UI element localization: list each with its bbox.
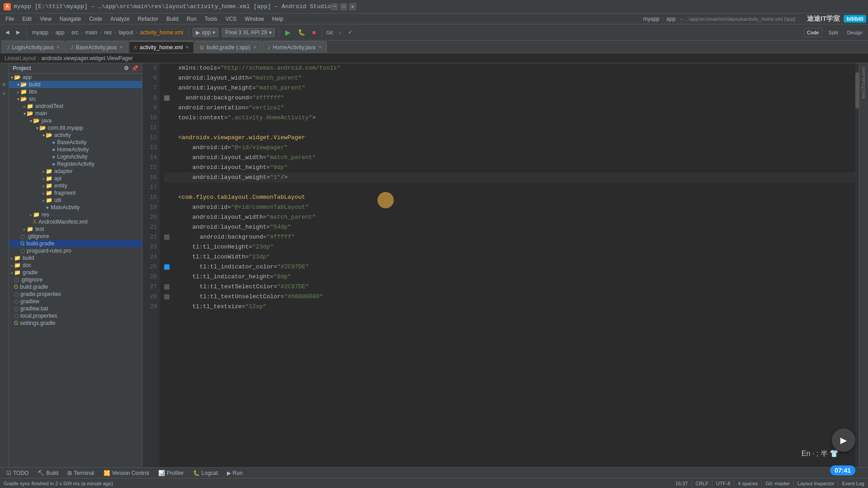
tree-build-highlighted[interactable]: ▾ 📂 build: [9, 81, 142, 88]
tree-arrow-gradle-root[interactable]: ▸: [11, 270, 13, 275]
git-update[interactable]: ↑: [336, 28, 344, 37]
vertical-scrollbar[interactable]: [855, 63, 859, 467]
fbc-res[interactable]: res: [102, 28, 113, 37]
tab-build[interactable]: 🔨 Build: [34, 469, 62, 477]
structure-icon[interactable]: ⊞: [1, 81, 8, 88]
tree-doc[interactable]: ▸ 📁 doc: [9, 262, 142, 269]
tree-arrow-api[interactable]: ▸: [42, 176, 45, 181]
tree-mainactivity[interactable]: ▸ ● MainActivity: [9, 204, 142, 211]
tree-arrow-java[interactable]: ▾: [30, 118, 32, 123]
tab-terminal[interactable]: ⊞ Terminal: [64, 469, 98, 477]
bc-myapp[interactable]: myapp: [642, 15, 661, 23]
tab-close-gradle[interactable]: ✕: [253, 45, 257, 50]
run-button[interactable]: ▶: [283, 27, 293, 38]
tree-manifest[interactable]: ▸ X AndroidManifest.xml: [9, 218, 142, 225]
tree-root-build[interactable]: ▸ 📁 build: [9, 254, 142, 262]
tab-todo[interactable]: ☑ TODO: [3, 469, 32, 477]
menu-view[interactable]: View: [36, 15, 55, 23]
fbc-main[interactable]: main: [84, 28, 99, 37]
tree-arrow-at[interactable]: ▸: [24, 104, 26, 109]
git-check[interactable]: ✓: [345, 28, 355, 37]
tab-activity-home-xml[interactable]: X activity_home.xml ✕: [129, 41, 194, 53]
tree-androidtest[interactable]: ▸ 📁 androidTest: [9, 103, 142, 110]
tv-widget[interactable]: ▶: [832, 428, 855, 452]
tab-logcat[interactable]: 🐛 Logcat: [189, 469, 222, 477]
forward-button[interactable]: ▶: [14, 28, 23, 37]
tree-build-gradle-app[interactable]: ▸ G build.gradle: [9, 240, 142, 247]
tree-arrow-src[interactable]: ▾: [17, 97, 19, 102]
tree-arrow-test[interactable]: ▸: [24, 227, 26, 232]
tab-home-activity[interactable]: J HomeActivity.java ✕: [263, 41, 327, 53]
tree-settings-gradle[interactable]: ▸ G settings.gradle: [9, 319, 142, 327]
maximize-button[interactable]: □: [340, 3, 347, 10]
tree-pkg[interactable]: ▾ 📂 com.ttit.myapp: [9, 124, 142, 131]
hierarchy-icon[interactable]: ≡: [1, 90, 8, 97]
tree-arrow-app[interactable]: ▾: [11, 75, 13, 80]
tree-arrow-util[interactable]: ▸: [42, 198, 45, 203]
tree-register-activity[interactable]: ▸ ● RegisterActivity: [9, 160, 142, 168]
menu-navigate[interactable]: Navigate: [56, 15, 85, 23]
tree-entity[interactable]: ▸ 📁 entity: [9, 182, 142, 189]
tree-arrow-fragment[interactable]: ▸: [42, 191, 45, 196]
code-view-btn[interactable]: Code: [804, 28, 822, 37]
fbc-file[interactable]: activity_home.xml: [138, 28, 185, 37]
tree-gitignore-app[interactable]: ▸ ◌ .gitignore: [9, 233, 142, 240]
tab-close-home[interactable]: ✕: [185, 45, 189, 50]
tree-build-gradle-root[interactable]: ▸ G build.gradle: [9, 283, 142, 291]
minimize-button[interactable]: ─: [331, 3, 338, 10]
tree-gitignore-root[interactable]: ▸ ◌ .gitignore: [9, 276, 142, 283]
tree-test[interactable]: ▸ 📁 test: [9, 225, 142, 233]
sidebar-gear-icon[interactable]: ⚙: [124, 65, 129, 71]
tab-close-base[interactable]: ✕: [119, 45, 123, 50]
fbc-layout[interactable]: layout: [117, 28, 135, 37]
stop-button[interactable]: ■: [310, 28, 319, 37]
tree-arrow-adapter[interactable]: ▸: [42, 169, 45, 174]
ebc-viewpager[interactable]: androidx.viewpager.widget.ViewPager: [41, 55, 133, 61]
tree-adapter[interactable]: ▸ 📁 adapter: [9, 168, 142, 175]
tree-arrow-activity[interactable]: ▾: [42, 133, 45, 138]
tree-arrow-pkg[interactable]: ▾: [36, 126, 38, 131]
menu-analyze[interactable]: Analyze: [107, 15, 133, 23]
tree-proguard[interactable]: ▸ ◌ proguard-rules.pro: [9, 247, 142, 254]
tree-api[interactable]: ▸ 📁 api: [9, 175, 142, 182]
sidebar-pin-icon[interactable]: 📌: [132, 65, 138, 71]
split-view-btn[interactable]: Split: [826, 28, 840, 37]
tree-gradle-root[interactable]: ▸ 📁 gradle: [9, 269, 142, 276]
tree-base-activity[interactable]: ▸ ● BaseActivity: [9, 139, 142, 146]
menu-refactor[interactable]: Refactor: [134, 15, 162, 23]
tab-close-login[interactable]: ✕: [56, 45, 60, 50]
tree-login-activity[interactable]: ▸ ● LoginActivity: [9, 153, 142, 160]
fbc-myapp[interactable]: myapp: [30, 28, 50, 37]
tree-arrow-build[interactable]: ▾: [17, 82, 19, 87]
code-editor[interactable]: 5 6 7 8 9 10 11 12 13 14 15 16 17 18 19 …: [142, 63, 859, 467]
tab-run[interactable]: ▶ Run: [223, 469, 246, 477]
menu-file[interactable]: File: [2, 15, 18, 23]
design-view-btn[interactable]: Design: [844, 28, 865, 37]
notifications-edge[interactable]: Notifications: [861, 65, 867, 100]
tree-arrow-libs[interactable]: ▸: [17, 89, 19, 94]
tree-gradle-props[interactable]: ▸ ◌ gradle.properties: [9, 291, 142, 298]
tree-src[interactable]: ▾ 📂 src: [9, 95, 142, 103]
menu-build[interactable]: Build: [163, 15, 182, 23]
device-dropdown[interactable]: Pixel 3 XL API 29 ▾: [222, 28, 274, 37]
scrollbar-thumb[interactable]: [855, 72, 859, 108]
debug-button[interactable]: 🐛: [295, 28, 308, 37]
tab-close-home-java[interactable]: ✕: [318, 45, 322, 50]
fbc-app[interactable]: app: [53, 28, 66, 37]
status-event-log[interactable]: Event Log: [842, 481, 864, 486]
tab-vcs[interactable]: 🔀 Version Control: [100, 469, 153, 477]
tab-build-gradle[interactable]: G build.gradle (:app) ✕: [195, 41, 261, 53]
tree-app[interactable]: ▾ 📂 app: [9, 74, 142, 81]
menu-run[interactable]: Run: [183, 15, 200, 23]
fbc-src[interactable]: src: [70, 28, 80, 37]
tree-arrow-entity[interactable]: ▸: [42, 183, 45, 188]
menu-window[interactable]: Window: [241, 15, 268, 23]
tab-profiler[interactable]: 📊 Profiler: [155, 469, 188, 477]
tree-arrow-res[interactable]: ▸: [30, 212, 32, 217]
tab-login-activity[interactable]: J LoginActivity.java ✕: [2, 41, 65, 53]
menu-code[interactable]: Code: [85, 15, 106, 23]
close-button[interactable]: ✕: [349, 3, 356, 10]
module-dropdown[interactable]: ▶ app ▾: [193, 28, 218, 37]
window-controls[interactable]: ─ □ ✕: [331, 3, 356, 10]
menu-edit[interactable]: Edit: [19, 15, 35, 23]
